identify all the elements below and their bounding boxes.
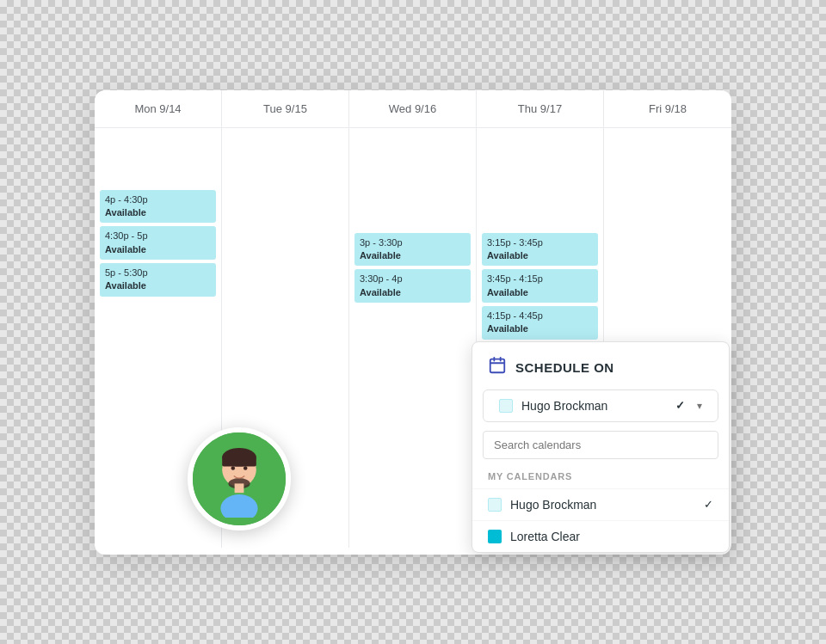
event-label: Available	[487, 249, 593, 262]
schedule-header: SCHEDULE ON	[472, 342, 729, 389]
event-time: 3:30p - 4p	[360, 273, 465, 285]
header-thu: Thu 9/17	[477, 90, 604, 127]
person-svg	[200, 440, 278, 518]
header-tue: Tue 9/15	[222, 90, 349, 127]
selected-calendar-name: Hugo Brockman	[521, 399, 667, 413]
svg-point-4	[231, 466, 236, 470]
search-input-row	[483, 431, 718, 459]
event-time: 3p - 3:30p	[360, 236, 465, 249]
event-time: 5p - 5:30p	[105, 267, 211, 279]
schedule-title: SCHEDULE ON	[515, 360, 614, 375]
calendar-icon	[488, 356, 507, 379]
search-calendars-input[interactable]	[483, 431, 718, 459]
event-mon-3[interactable]: 5p - 5:30p Available	[100, 263, 216, 297]
calendar-header: Mon 9/14 Tue 9/15 Wed 9/16 Thu 9/17 Fri …	[95, 90, 731, 128]
main-container: Mon 9/14 Tue 9/15 Wed 9/16 Thu 9/17 Fri …	[60, 56, 766, 589]
selected-calendar-checkbox	[499, 399, 513, 413]
svg-point-5	[243, 466, 248, 470]
svg-point-6	[220, 494, 257, 518]
event-time: 4:15p - 4:45p	[487, 310, 593, 322]
header-mon: Mon 9/14	[95, 90, 222, 127]
event-wed-2[interactable]: 3:30p - 4p Available	[354, 269, 471, 303]
col-wed: 3p - 3:30p Available 3:30p - 4p Availabl…	[349, 128, 477, 548]
event-label: Available	[487, 286, 593, 299]
loretta-calendar-name: Loretta Clear	[510, 530, 713, 543]
calendar-list-item-loretta[interactable]: Loretta Clear	[472, 520, 729, 552]
loretta-calendar-color	[488, 530, 502, 543]
event-label: Available	[360, 249, 465, 262]
svg-rect-7	[235, 483, 244, 493]
schedule-panel: SCHEDULE ON Hugo Brockman ✓ ▾ MY CALENDA…	[472, 341, 730, 553]
hugo-calendar-name: Hugo Brockman	[510, 498, 695, 512]
hugo-check-mark: ✓	[704, 498, 713, 511]
event-label: Available	[360, 286, 465, 299]
svg-rect-8	[490, 359, 505, 372]
event-mon-1[interactable]: 4p - 4:30p Available	[100, 190, 216, 224]
header-wed: Wed 9/16	[349, 90, 477, 127]
selected-check-mark: ✓	[675, 399, 685, 412]
header-fri: Fri 9/18	[604, 90, 731, 127]
avatar-face	[193, 432, 286, 525]
my-calendars-label: MY CALENDARS	[472, 466, 729, 488]
event-time: 4p - 4:30p	[105, 193, 211, 206]
event-label: Available	[105, 206, 211, 219]
event-thu-3[interactable]: 4:15p - 4:45p Available	[482, 306, 598, 340]
svg-rect-2	[222, 456, 256, 467]
event-time: 4:30p - 5p	[105, 230, 211, 242]
event-thu-2[interactable]: 3:45p - 4:15p Available	[482, 269, 598, 303]
event-time: 3:45p - 4:15p	[487, 273, 593, 285]
event-label: Available	[487, 322, 593, 335]
calendar-list-item-hugo[interactable]: Hugo Brockman ✓	[472, 488, 729, 520]
hugo-calendar-color	[488, 498, 502, 512]
event-thu-1[interactable]: 3:15p - 3:45p Available	[482, 233, 598, 267]
selected-calendar-row[interactable]: Hugo Brockman ✓ ▾	[483, 389, 718, 422]
dropdown-arrow-icon[interactable]: ▾	[697, 400, 702, 412]
avatar	[188, 427, 291, 531]
event-label: Available	[105, 279, 211, 292]
event-label: Available	[105, 243, 211, 256]
event-time: 3:15p - 3:45p	[487, 236, 593, 249]
event-mon-2[interactable]: 4:30p - 5p Available	[100, 226, 216, 260]
event-wed-1[interactable]: 3p - 3:30p Available	[354, 233, 471, 267]
